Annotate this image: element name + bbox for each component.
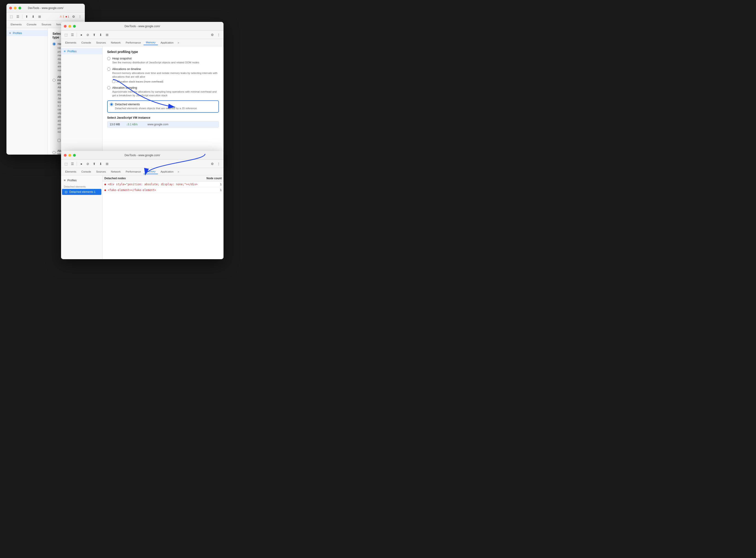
tab-more-2[interactable]: »: [176, 40, 180, 45]
tab-elements-2[interactable]: Elements: [63, 40, 79, 45]
tab-application-2[interactable]: Application: [158, 40, 176, 45]
title-bar-2: DevTools - www.google.com/: [61, 22, 224, 31]
maximize-btn-3[interactable]: [73, 154, 76, 157]
window-controls-1: [9, 7, 21, 9]
record-icon-2[interactable]: ●: [78, 32, 84, 38]
more-icon-2[interactable]: ⋮: [216, 32, 222, 38]
detached-row-1[interactable]: ● <fake-element></fake-element> 1: [103, 187, 224, 193]
tab-memory-3[interactable]: Memory: [144, 169, 158, 174]
toolbar-1: ⬚ ☰ ⬆ ⬇ ⊞ ⚠ 1 ■ 1 ⚙ ⋮: [6, 12, 85, 21]
node-count-col: Node count: [206, 177, 222, 180]
radio-alloc-input-2[interactable]: [107, 68, 110, 71]
more-icon-3[interactable]: ⋮: [216, 161, 222, 167]
minimize-btn-2[interactable]: [69, 25, 71, 28]
radio-sampling-input-2[interactable]: [107, 86, 110, 90]
minimize-btn-3[interactable]: [69, 154, 71, 157]
minimize-btn-1[interactable]: [14, 7, 17, 9]
vm-rate-2-0: ↓3.1 kB/s: [126, 123, 145, 126]
tab-network-2[interactable]: Network: [108, 40, 123, 45]
record-icon-3[interactable]: ●: [78, 161, 84, 167]
tab-console-2[interactable]: Console: [79, 40, 93, 45]
content-3: Detached nodes Node count ● <div style="…: [103, 175, 224, 259]
download-icon[interactable]: ⬇: [30, 14, 36, 20]
cursor-icon-2[interactable]: ⬚: [63, 32, 69, 38]
tab-network-3[interactable]: Network: [108, 169, 123, 174]
maximize-btn-2[interactable]: [73, 25, 76, 28]
detached-table-header: Detached nodes Node count: [103, 175, 224, 181]
vm-table-2: 13.0 MB ↓3.1 kB/s www.google.com: [107, 121, 219, 128]
checkbox-stack-1[interactable]: [58, 139, 60, 142]
tab-performance-2[interactable]: Performance: [124, 40, 143, 45]
vm-name-2-0: www.google.com: [148, 123, 169, 126]
sidebar-item-profiles-3[interactable]: ≡ Profiles: [61, 177, 102, 183]
close-btn-1[interactable]: [9, 7, 12, 9]
close-btn-3[interactable]: [64, 154, 67, 157]
settings-icon-2[interactable]: ⚙: [209, 32, 215, 38]
close-btn-2[interactable]: [64, 25, 67, 28]
settings-icon-3[interactable]: ⚙: [209, 161, 215, 167]
profiles-icon-1: ≡: [9, 31, 11, 35]
checkbox-stack-2[interactable]: [112, 80, 115, 83]
tab-application-3[interactable]: Application: [158, 169, 176, 174]
upload-icon-3[interactable]: ⬆: [91, 161, 97, 167]
tab-sources-2[interactable]: Sources: [94, 40, 108, 45]
window-title-3: DevTools - www.google.com/: [124, 154, 160, 157]
radio-alloc-label-2[interactable]: Allocations on timeline: [107, 68, 219, 71]
download-icon-3[interactable]: ⬇: [98, 161, 104, 167]
upload-icon[interactable]: ⬆: [24, 14, 30, 20]
inspect-icon[interactable]: ☰: [15, 14, 21, 20]
tab-bar-2: Elements Console Sources Network Perform…: [61, 39, 224, 46]
radio-alloc-desc-2: Record memory allocations over time and …: [112, 71, 219, 79]
radio-detached-input-2[interactable]: [110, 103, 113, 106]
node-count-1: 1: [208, 188, 222, 192]
tab-elements-1[interactable]: Elements: [8, 22, 24, 27]
vm-row-2-0[interactable]: 13.0 MB ↓3.1 kB/s www.google.com: [107, 121, 219, 127]
warning-badge: ⚠ 1: [60, 15, 64, 18]
radio-alloc-input-1[interactable]: [53, 79, 55, 82]
cursor-icon[interactable]: ⬚: [8, 14, 14, 20]
tab-sources-3[interactable]: Sources: [94, 169, 108, 174]
radio-sampling-desc-2: Approximate memory allocations by sampli…: [112, 90, 219, 97]
radio-heap-input-1[interactable]: [53, 43, 56, 46]
clear-icon-3[interactable]: ⊘: [85, 161, 91, 167]
sidebar-group-label-3: Detached elements: [61, 183, 102, 189]
layers-icon-2[interactable]: ⊞: [104, 32, 110, 38]
window-controls-2: [64, 25, 76, 28]
layers-icon-3[interactable]: ⊞: [104, 161, 110, 167]
profile-item-detached-1[interactable]: ⊡ Detached elements 1: [62, 189, 101, 195]
sidebar-2: ≡ Profiles: [61, 46, 103, 161]
settings-icon[interactable]: ⚙: [71, 14, 76, 20]
inspect-icon-2[interactable]: ☰: [69, 32, 75, 38]
radio-heap-label-2[interactable]: Heap snapshot: [107, 57, 219, 60]
cursor-icon-3[interactable]: ⬚: [63, 161, 69, 167]
sidebar-label-profiles-3: Profiles: [68, 179, 77, 182]
code-tag-0: ● <div style="position: absolute; displa…: [104, 183, 198, 186]
upload-icon-2[interactable]: ⬆: [91, 32, 97, 38]
maximize-btn-1[interactable]: [19, 7, 21, 9]
sidebar-item-profiles-1[interactable]: ≡ Profiles: [6, 30, 48, 36]
detached-row-0[interactable]: ● <div style="position: absolute; displa…: [103, 181, 224, 187]
tab-performance-3[interactable]: Performance: [124, 169, 143, 174]
sidebar-3: ≡ Profiles Detached elements ⊡ Detached …: [61, 175, 103, 259]
tab-memory-2[interactable]: Memory: [144, 40, 158, 45]
inspect-icon-3[interactable]: ☰: [69, 161, 75, 167]
tab-elements-3[interactable]: Elements: [63, 169, 79, 174]
download-icon-2[interactable]: ⬇: [98, 32, 104, 38]
tab-more-3[interactable]: »: [176, 169, 180, 174]
tab-console-1[interactable]: Console: [24, 22, 39, 27]
tab-sources-1[interactable]: Sources: [39, 22, 53, 27]
devtools-window-3: DevTools - www.google.com/ ⬚ ☰ ● ⊘ ⬆ ⬇ ⊞…: [61, 151, 224, 259]
sidebar-1: ≡ Profiles: [6, 28, 48, 155]
layers-icon[interactable]: ⊞: [36, 14, 43, 20]
vm-section-title-2: Select JavaScript VM instance: [107, 116, 219, 119]
radio-sampling-input-1[interactable]: [53, 151, 55, 154]
tab-console-3[interactable]: Console: [79, 169, 93, 174]
radio-detached-label-2[interactable]: Detached elements: [110, 103, 216, 106]
sidebar-item-profiles-2[interactable]: ≡ Profiles: [61, 48, 102, 54]
more-icon[interactable]: ⋮: [77, 14, 83, 20]
vm-mem-2-0: 13.0 MB: [110, 123, 124, 126]
clear-icon-2[interactable]: ⊘: [85, 32, 91, 38]
detached-nodes-col: Detached nodes: [104, 177, 126, 180]
radio-heap-input-2[interactable]: [107, 57, 110, 60]
radio-sampling-label-2[interactable]: Allocation sampling: [107, 86, 219, 90]
